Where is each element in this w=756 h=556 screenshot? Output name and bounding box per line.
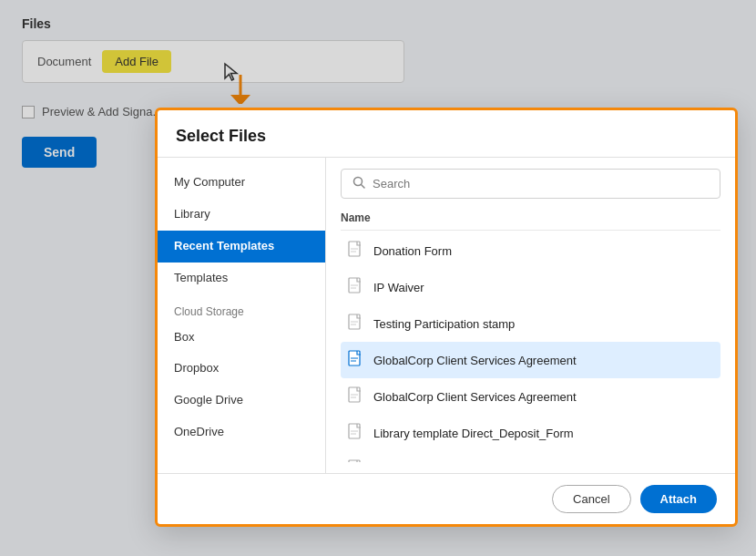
search-icon [352, 176, 365, 191]
svg-line-3 [362, 185, 365, 189]
document-icon [348, 314, 364, 334]
file-item[interactable]: GlobalCorp Client Services Agreement [341, 378, 720, 415]
sidebar-item-google-drive[interactable]: Google Drive [158, 385, 325, 417]
attach-button[interactable]: Attach [640, 485, 717, 513]
select-files-modal: Select Files My Computer Library Recent … [155, 108, 738, 527]
search-input[interactable] [373, 177, 709, 190]
cancel-button[interactable]: Cancel [552, 485, 630, 513]
modal-header: Select Files [158, 110, 735, 158]
file-item[interactable]: Donation Form [341, 232, 720, 269]
sidebar-item-dropbox[interactable]: Dropbox [158, 353, 325, 385]
document-icon [348, 241, 364, 261]
sidebar-item-box[interactable]: Box [158, 322, 325, 354]
document-icon [348, 350, 364, 370]
file-item[interactable]: IP Waiver [341, 269, 720, 305]
modal-footer: Cancel Attach [158, 473, 735, 524]
sidebar-item-recent-templates[interactable]: Recent Templates [158, 231, 325, 263]
file-item[interactable]: Testing Participation stamp [341, 305, 720, 342]
content-area: Name Donation Form IP Waiver [326, 158, 735, 473]
file-name: Library template Direct_Deposit_Form [373, 427, 574, 440]
file-list: Donation Form IP Waiver Testing Particip… [341, 232, 720, 462]
modal-title: Select Files [176, 127, 717, 146]
cloud-storage-label: Cloud Storage [158, 294, 325, 322]
file-name: Donation Form [373, 244, 452, 258]
document-icon [348, 386, 364, 407]
sidebar-item-templates[interactable]: Templates [158, 263, 325, 294]
file-item[interactable]: Field Types [341, 451, 720, 462]
sidebar-item-my-computer[interactable]: My Computer [158, 167, 325, 199]
name-column-header: Name [341, 208, 720, 231]
sidebar: My Computer Library Recent Templates Tem… [158, 158, 326, 473]
file-item[interactable]: Library template Direct_Deposit_Form [341, 415, 720, 451]
document-icon [348, 277, 364, 297]
search-bar [341, 169, 720, 199]
sidebar-item-library[interactable]: Library [158, 199, 325, 231]
sidebar-item-onedrive[interactable]: OneDrive [158, 417, 325, 448]
document-icon [348, 423, 364, 443]
modal-body: My Computer Library Recent Templates Tem… [158, 158, 735, 473]
file-name: IP Waiver [373, 281, 424, 294]
svg-rect-22 [349, 460, 360, 462]
file-name: GlobalCorp Client Services Agreement [373, 354, 577, 367]
file-name: Testing Participation stamp [373, 317, 515, 331]
file-name: GlobalCorp Client Services Agreement [373, 390, 577, 404]
document-icon [348, 459, 364, 462]
file-item[interactable]: GlobalCorp Client Services Agreement [341, 342, 720, 378]
